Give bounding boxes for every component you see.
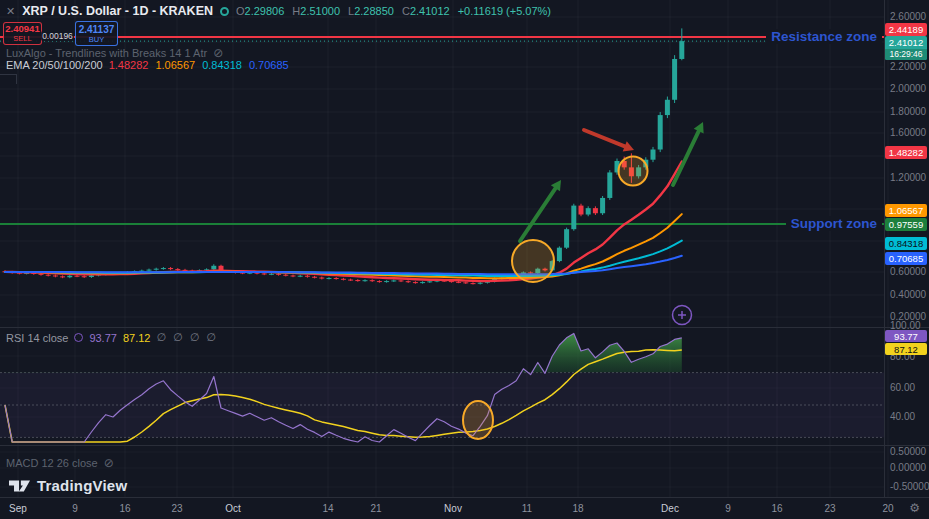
price-axis-badge: 0.84318 [885,237,927,250]
symbol-legend-row[interactable]: ✕ XRP / U.S. Dollar - 1D - KRAKEN O2.298… [6,4,551,18]
change-value: +0.11619 (+5.07%) [458,5,551,17]
close-icon[interactable]: ✕ [6,6,15,17]
time-axis-tick: 9 [72,503,78,514]
tradingview-logo[interactable]: TradingView [9,477,127,494]
symbol-title[interactable]: XRP / U.S. Dollar - 1D - KRAKEN [22,4,213,18]
price-axis-badge: 1.48282 [885,146,927,159]
rsi-indicator-icon[interactable] [74,333,83,342]
sell-price: 2.40941 [5,24,39,34]
time-axis-tick: Dec [661,503,679,514]
ema-values: 1.482821.065670.843180.70685 [109,59,289,71]
high-value: 2.51000 [300,5,340,17]
price-axis-tick: 1.20000 [890,172,926,184]
close-label: C [402,5,410,17]
price-axis-tick: 1.60000 [890,127,926,139]
rsi-value: 93.77 [89,332,117,344]
price-axis-tick: 0.60000 [890,266,926,278]
ema-label: EMA 20/50/100/200 [6,59,103,71]
eye-off-icon[interactable]: ⊘ [104,456,114,470]
time-axis-tick: 23 [824,503,835,514]
price-axis-tick: 1.80000 [890,106,926,118]
rsi-empty-values: ∅ ∅ ∅ ∅ [156,331,218,344]
price-axis-tick: 2.00000 [890,83,926,95]
time-axis-tick: 23 [171,503,182,514]
open-label: O [236,5,245,17]
time-axis-tick: 18 [572,503,583,514]
eye-off-icon[interactable]: ⊘ [213,46,223,60]
rsi-legend-row[interactable]: RSI 14 close 93.77 87.12 ∅ ∅ ∅ ∅ [6,331,218,344]
ema-legend-value: 1.06567 [155,59,195,71]
trading-chart-window: ✕ XRP / U.S. Dollar - 1D - KRAKEN O2.298… [0,0,929,519]
chart-canvas[interactable] [0,0,929,519]
close-value: 2.41012 [410,5,450,17]
ohlc-values: O2.29806 H2.51000 L2.28850 C2.41012 +0.1… [236,5,551,17]
sell-label: SELL [13,34,31,43]
time-axis-tick: 16 [119,503,130,514]
resistance-zone-label[interactable]: Resistance zone [766,29,882,44]
luxalgo-label: LuxAlgo - Trendlines with Breaks 14 1 At… [6,47,207,59]
luxalgo-legend-row[interactable]: LuxAlgo - Trendlines with Breaks 14 1 At… [6,46,223,60]
price-axis-tick: 2.60000 [890,11,926,23]
buy-label: BUY [89,35,104,44]
price-axis-badge: 2.4101216:29:46 [885,36,927,60]
price-axis[interactable]: 2.600002.200002.000001.800001.600001.400… [884,0,929,519]
price-axis-tick: 0.40000 [890,289,926,301]
support-zone-label[interactable]: Support zone [786,216,882,231]
spread-value: 0.00196 [41,31,74,41]
market-status-dot [220,7,229,16]
legend-collapse-box[interactable] [0,74,17,84]
price-axis-tick: 0.00000 [890,462,926,474]
price-axis-badge: 0.70685 [885,252,927,265]
ema-legend-row[interactable]: EMA 20/50/100/200 1.482821.065670.843180… [6,59,289,71]
time-axis-tick: 11 [522,503,532,514]
time-axis-tick: Oct [225,503,241,514]
macd-label: MACD 12 26 close [6,457,98,469]
sell-button[interactable]: 2.40941 SELL [3,22,42,45]
price-axis-badge: 87.12 [885,343,927,355]
price-axis-tick: 60.00 [890,382,915,394]
rsi-label: RSI 14 close [6,332,68,344]
price-axis-badge: 93.77 [885,330,927,342]
time-axis-tick: 9 [725,503,731,514]
bar-countdown: 16:29:46 [885,49,927,60]
buy-button[interactable]: 2.41137 BUY [75,21,118,46]
time-axis-tick: 16 [771,503,782,514]
price-axis-tick: 0.50000 [890,446,926,458]
ema-legend-value: 1.48282 [109,59,149,71]
price-axis-tick: -0.50000 [890,481,929,493]
rsi-ma-value: 87.12 [123,332,151,344]
macd-legend-row[interactable]: MACD 12 26 close ⊘ [6,456,114,470]
time-axis-tick: Nov [444,503,462,514]
tradingview-logo-icon [9,478,30,494]
buy-price: 2.41137 [79,24,115,35]
price-axis-badge: 0.97559 [885,218,927,231]
ema-legend-value: 0.70685 [249,59,289,71]
price-axis-tick: 40.00 [890,411,915,423]
tradingview-logo-text: TradingView [37,477,127,494]
time-axis-tick: 14 [322,503,333,514]
time-axis-tick: 20 [882,503,893,514]
open-value: 2.29806 [245,5,285,17]
price-axis-badge: 2.44189 [885,23,927,36]
axis-settings-gear-icon[interactable]: ⚙ [909,501,920,515]
price-axis-badge: 1.06567 [885,204,927,217]
price-axis-tick: 2.20000 [890,61,926,73]
ema-legend-value: 0.84318 [202,59,242,71]
time-axis[interactable]: Sep91623Oct1421Nov1118Dec9162320 [0,497,929,519]
time-axis-tick: 21 [370,503,381,514]
low-value: 2.28850 [354,5,394,17]
time-axis-tick: Sep [9,503,27,514]
